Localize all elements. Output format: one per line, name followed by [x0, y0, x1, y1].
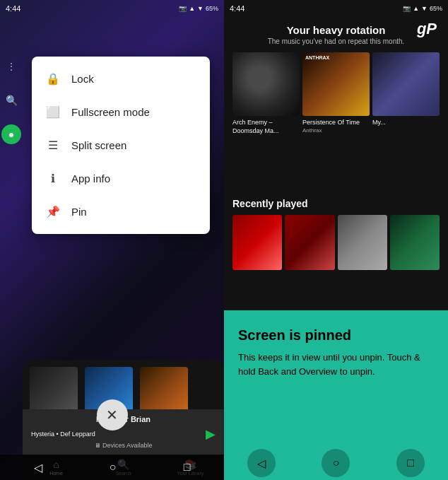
pin-icon: 📌 — [46, 205, 60, 218]
heavy-rotation-grid: Arch Enemy – Doomsday Ma... Persistence … — [232, 52, 440, 135]
recents-icon-right: □ — [407, 457, 414, 469]
grid-name-anthrax: Persistence Of Time — [302, 119, 370, 127]
right-panel: 4:44 📷 ▲ ▼ 65% gP Your heavy rotation Th… — [224, 0, 448, 480]
lock-icon: 🔒 — [46, 72, 60, 86]
recent-album-1[interactable] — [232, 215, 282, 270]
wifi-icon: ▲ — [189, 5, 195, 12]
sidebar-icon-search[interactable]: 🔍 — [1, 90, 21, 110]
menu-item-lock[interactable]: 🔒 Lock — [32, 62, 210, 95]
menu-label-app-info: App info — [71, 172, 110, 185]
heavy-rotation-section: Your heavy rotation The music you've had… — [224, 17, 448, 135]
menu-item-app-info[interactable]: ℹ App info — [32, 162, 210, 195]
home-button-right[interactable]: ○ — [322, 449, 350, 477]
signal-icon-right: ▼ — [421, 5, 428, 12]
status-bar-right: 4:44 📷 ▲ ▼ 65% — [224, 0, 448, 17]
now-playing-sub: 🖥 Devices Available — [31, 442, 216, 449]
sidebar-icon-active[interactable]: ● — [1, 124, 21, 144]
back-button-right[interactable]: ◁ — [247, 449, 276, 477]
track-text: Hysteria • Def Leppard — [31, 431, 95, 438]
grid-album-arch-enemy[interactable]: Arch Enemy – Doomsday Ma... — [232, 52, 300, 135]
recent-album-3[interactable] — [338, 215, 387, 270]
recently-played-title: Recently played — [232, 198, 440, 209]
screen-pinned-overlay: Screen is pinned This keeps it in view u… — [224, 310, 448, 480]
grid-album-mystery[interactable]: My... — [372, 52, 440, 135]
wifi-icon-right: ▲ — [413, 5, 419, 12]
heavy-rotation-title: Your heavy rotation — [232, 24, 440, 36]
time-right: 4:44 — [230, 4, 244, 13]
context-menu: 🔒 Lock ⬜ Fullscreen mode ☰ Split screen … — [32, 57, 210, 234]
sidebar-edge: ⋮ 🔍 ● — [0, 57, 23, 144]
now-playing-track-row: Hysteria • Def Leppard ▶ — [31, 426, 216, 442]
recently-played-row — [232, 215, 440, 270]
grid-name-arch-enemy: Arch Enemy – Doomsday Ma... — [232, 119, 300, 135]
menu-item-split[interactable]: ☰ Split screen — [32, 129, 210, 162]
album-thumb-will — [140, 367, 188, 415]
close-icon: ✕ — [106, 406, 118, 423]
back-icon-right: ◁ — [257, 457, 266, 470]
menu-label-pin: Pin — [71, 206, 87, 218]
grid-thumb-arch-enemy — [232, 52, 300, 116]
menu-label-split: Split screen — [71, 139, 126, 151]
notification-icon: 📷 — [179, 5, 187, 12]
grid-name-mystery: My... — [372, 119, 440, 127]
grid-thumb-mystery — [372, 52, 440, 116]
left-panel: 4:44 📷 ▲ ▼ 65% ⋮ 🔍 ● 🔒 Lock ⬜ Fullscreen… — [0, 0, 224, 480]
album-thumb-def-leppard — [30, 367, 78, 415]
track-info: Hysteria • Def Leppard — [31, 431, 95, 438]
pinned-description: This keeps it in view until you unpin. T… — [238, 351, 434, 447]
signal-icon: ▼ — [197, 5, 204, 12]
close-button[interactable]: ✕ — [97, 399, 128, 431]
status-icons-right: 📷 ▲ ▼ 65% — [403, 5, 442, 12]
system-nav-right: ◁ ○ □ — [224, 446, 448, 480]
grid-thumb-anthrax — [302, 52, 370, 116]
pinned-title: Screen is pinned — [238, 327, 434, 344]
split-icon: ☰ — [46, 139, 60, 152]
grid-album-anthrax[interactable]: Persistence Of Time Anthrax — [302, 52, 370, 135]
menu-label-fullscreen: Fullscreen mode — [71, 106, 150, 118]
sidebar-icon-dots[interactable]: ⋮ — [1, 57, 21, 76]
notification-icon-right: 📷 — [403, 5, 411, 12]
recent-album-2[interactable] — [285, 215, 334, 270]
home-button-left[interactable]: ○ — [110, 461, 117, 474]
battery-right: 65% — [430, 5, 442, 12]
menu-label-lock: Lock — [71, 73, 94, 85]
gp-logo: gP — [417, 20, 437, 38]
recents-button-left[interactable]: □ — [184, 461, 191, 474]
recents-button-right[interactable]: □ — [396, 449, 425, 477]
battery-left: 65% — [206, 5, 218, 12]
time-left: 4:44 — [6, 4, 20, 13]
heavy-rotation-subtitle: The music you've had on repeat this mont… — [232, 37, 440, 45]
status-icons-left: 📷 ▲ ▼ 65% — [179, 5, 218, 12]
menu-item-pin[interactable]: 📌 Pin — [32, 195, 210, 228]
recent-album-4[interactable] — [390, 215, 440, 270]
grid-artist-anthrax: Anthrax — [302, 127, 370, 134]
status-bar-left: 4:44 📷 ▲ ▼ 65% — [0, 0, 224, 17]
fullscreen-icon: ⬜ — [46, 105, 60, 119]
back-button-left[interactable]: ◁ — [34, 461, 42, 474]
menu-item-fullscreen[interactable]: ⬜ Fullscreen mode — [32, 95, 210, 129]
info-icon: ℹ — [46, 172, 60, 185]
recently-played-section: Recently played — [224, 198, 448, 270]
home-icon-right: ○ — [333, 457, 340, 469]
system-nav-left: ◁ ○ □ — [0, 455, 224, 480]
devices-icon: 🖥 — [95, 442, 101, 449]
play-icon[interactable]: ▶ — [206, 426, 216, 442]
